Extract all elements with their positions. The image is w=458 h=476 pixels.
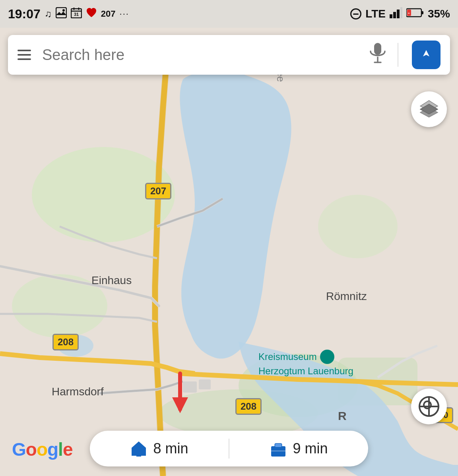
work-section[interactable]: 9 min (229, 440, 368, 457)
battery-icon: + (406, 8, 424, 21)
map-background: Einhaus Römnitz Harmsdorf See 207 208 20… (0, 28, 458, 476)
more-icon: ··· (120, 9, 129, 19)
search-input[interactable] (42, 46, 369, 64)
work-duration: 9 min (293, 440, 328, 457)
status-left: 19:07 ♫ 31 207 ··· (8, 7, 129, 21)
svg-rect-8 (390, 14, 392, 18)
heart-icon (86, 8, 97, 20)
home-icon (130, 440, 147, 457)
home-duration: 8 min (153, 440, 188, 457)
music-icon: ♫ (45, 8, 52, 19)
svg-rect-10 (397, 10, 400, 18)
layer-button[interactable] (411, 91, 447, 127)
svg-rect-28 (374, 43, 381, 55)
google-letter-g: G (12, 439, 26, 460)
network-label: LTE (365, 8, 386, 20)
google-letter-o2: o (37, 439, 47, 460)
svg-point-2 (62, 9, 65, 12)
location-button[interactable] (411, 389, 447, 424)
museum-text1: Kreismuseum (258, 351, 317, 362)
notification-count: 207 (101, 9, 116, 19)
target-icon (419, 396, 439, 417)
gallery-icon (56, 7, 67, 21)
svg-rect-25 (199, 379, 211, 389)
svg-rect-13 (421, 11, 423, 14)
home-section[interactable]: 8 min (90, 440, 229, 457)
museum-text2: Herzogtum Lauenburg (258, 366, 353, 377)
calendar-icon: 31 (71, 7, 82, 21)
road-badge-208-left: 208 (52, 334, 79, 350)
signal-bars-icon (390, 7, 402, 21)
svg-rect-11 (400, 7, 402, 18)
svg-rect-36 (136, 451, 141, 457)
google-letter-l: l (58, 439, 63, 460)
svg-marker-1 (56, 12, 66, 15)
museum-label: Kreismuseum Herzogtum Lauenburg (258, 350, 353, 377)
status-bar: 19:07 ♫ 31 207 ··· LTE + 35% (0, 0, 458, 28)
bottom-card[interactable]: 8 min 9 min (90, 431, 368, 466)
svg-text:+: + (408, 12, 410, 15)
menu-button[interactable] (17, 50, 31, 60)
svg-rect-9 (393, 12, 396, 18)
work-icon (270, 440, 287, 457)
road-badge-208-right: 208 (235, 398, 262, 415)
mic-icon[interactable] (369, 43, 386, 67)
search-divider (398, 43, 398, 67)
status-right: LTE + 35% (350, 7, 450, 21)
svg-text:31: 31 (74, 12, 79, 17)
road-badge-207: 207 (145, 183, 171, 199)
svg-rect-24 (183, 381, 197, 393)
svg-rect-0 (56, 8, 66, 18)
svg-rect-39 (275, 444, 281, 447)
signal-minus-icon (350, 8, 361, 19)
svg-point-19 (318, 195, 398, 258)
search-bar[interactable] (8, 35, 450, 75)
battery-percent: 35% (428, 8, 450, 20)
google-letter-o1: o (26, 439, 37, 460)
status-time: 19:07 (8, 7, 41, 21)
google-letter-e: e (63, 439, 73, 460)
museum-icon (320, 350, 334, 364)
navigation-button[interactable] (412, 41, 441, 69)
google-letter-g2: g (47, 439, 58, 460)
google-logo: Google (12, 439, 72, 460)
